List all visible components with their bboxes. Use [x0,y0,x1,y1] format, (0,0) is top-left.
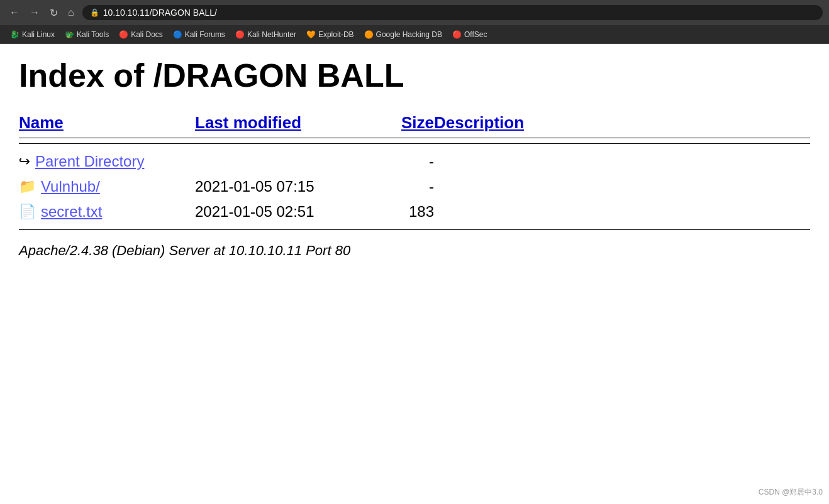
table-header: Name Last modified Size Description [19,113,810,138]
bookmark-favicon: 🔵 [173,30,182,39]
file-icon: 📄 [19,204,36,220]
file-date-cell: 2021-01-05 07:15 [195,178,384,195]
file-name-cell: 📁 Vulnhub/ [19,178,195,195]
back-button[interactable]: ← [6,6,23,19]
bookmark-item[interactable]: 🔵Kali Forums [169,29,229,40]
file-link[interactable]: secret.txt [41,203,102,221]
page-title: Index of /DRAGON BALL [19,57,810,94]
security-icon: 🔒 [90,8,99,17]
file-size-cell: - [384,178,434,195]
file-date: 2021-01-05 07:15 [195,178,314,195]
file-size-cell: 183 [384,203,434,221]
column-header-description: Description [434,113,810,133]
file-size-cell: - [384,153,434,170]
forward-button[interactable]: → [26,6,43,19]
bookmark-item[interactable]: 🔴OffSec [448,29,491,40]
parent-icon: ↩ [19,153,30,170]
bookmark-favicon: 🔴 [452,30,462,39]
table-row: 📁 Vulnhub/ 2021-01-05 07:15 - [19,174,810,199]
name-sort-link[interactable]: Name [19,113,64,132]
bookmark-label: Kali NetHunter [247,30,296,39]
bookmark-favicon: 🔴 [235,30,245,39]
bookmark-favicon: 🔴 [119,30,128,39]
file-size: 183 [409,203,434,220]
nav-buttons: ← → ↻ ⌂ [6,6,77,20]
bookmark-label: Kali Linux [22,30,55,39]
bookmark-favicon: 🐉 [10,30,19,39]
bookmark-label: Kali Tools [77,30,109,39]
browser-toolbar: ← → ↻ ⌂ 🔒 [0,0,829,25]
browser-chrome: ← → ↻ ⌂ 🔒 🐉Kali Linux🐲Kali Tools🔴Kali Do… [0,0,829,44]
bottom-separator [19,229,810,230]
address-bar[interactable] [103,8,815,18]
bookmark-favicon: 🐲 [65,30,74,39]
column-header-modified: Last modified [195,113,384,133]
bookmark-favicon: 🟠 [364,30,374,39]
file-date: 2021-01-05 02:51 [195,203,314,220]
bookmark-label: Kali Docs [131,30,163,39]
file-size: - [429,153,434,170]
bookmark-item[interactable]: 🟠Google Hacking DB [360,29,446,40]
folder-icon: 📁 [19,178,36,195]
file-rows-container: ↩ Parent Directory - 📁 Vulnhub/ 2021-01-… [19,149,810,224]
file-name-cell: 📄 secret.txt [19,203,195,221]
description-sort-link[interactable]: Description [434,113,524,132]
bookmark-label: OffSec [464,30,487,39]
file-name-cell: ↩ Parent Directory [19,153,195,170]
size-sort-link[interactable]: Size [401,113,434,132]
bookmark-item[interactable]: 🐲Kali Tools [61,29,113,40]
column-header-name: Name [19,113,195,133]
bookmark-item[interactable]: 🔴Kali Docs [115,29,167,40]
refresh-button[interactable]: ↻ [47,6,61,20]
table-row: ↩ Parent Directory - [19,149,810,174]
bookmark-item[interactable]: 🐉Kali Linux [6,29,58,40]
modified-sort-link[interactable]: Last modified [195,113,301,132]
server-info: Apache/2.4.38 (Debian) Server at 10.10.1… [19,243,810,259]
column-header-size: Size [384,113,434,133]
file-listing: Name Last modified Size Description ↩ Pa… [19,113,810,230]
bookmarks-bar: 🐉Kali Linux🐲Kali Tools🔴Kali Docs🔵Kali Fo… [0,25,829,44]
bookmark-item[interactable]: 🧡Exploit-DB [303,29,358,40]
home-button[interactable]: ⌂ [65,6,77,19]
bookmark-favicon: 🧡 [306,30,316,39]
file-link[interactable]: Vulnhub/ [41,178,100,195]
address-bar-container: 🔒 [82,5,823,20]
bookmark-label: Exploit-DB [318,30,354,39]
top-separator [19,143,810,144]
page-content: Index of /DRAGON BALL Name Last modified… [0,44,829,471]
bookmark-item[interactable]: 🔴Kali NetHunter [231,29,300,40]
bookmark-label: Google Hacking DB [376,30,442,39]
file-date-cell: 2021-01-05 02:51 [195,203,384,221]
file-link[interactable]: Parent Directory [35,153,144,170]
file-size: - [429,178,434,195]
table-row: 📄 secret.txt 2021-01-05 02:51 183 [19,199,810,224]
bookmark-label: Kali Forums [185,30,225,39]
